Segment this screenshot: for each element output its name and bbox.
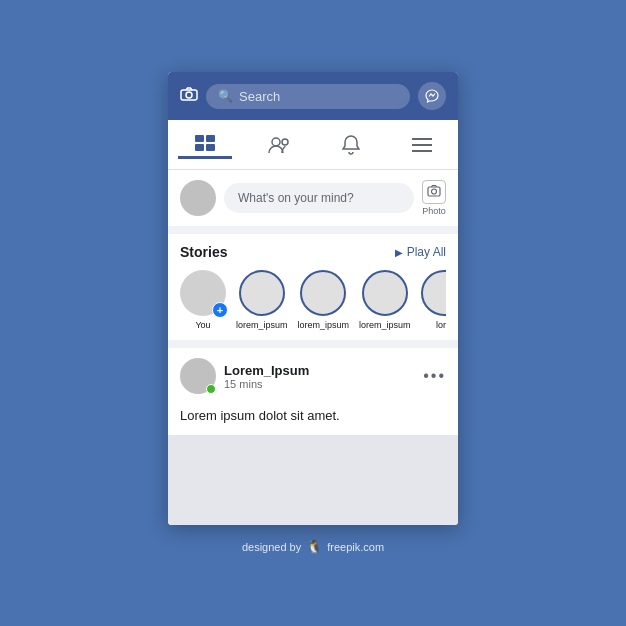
post: Lorem_Ipsum 15 mins ••• Lorem ipsum dolo… — [168, 348, 458, 525]
story-label-you: You — [195, 320, 210, 330]
stories-header: Stories ▶ Play All — [180, 244, 446, 260]
stories-row: + You lorem_ipsum lorem_ipsum lorem_ipsu… — [180, 270, 446, 330]
footer-credit: designed by 🐧 freepik.com — [242, 539, 384, 554]
story-item-you[interactable]: + You — [180, 270, 226, 330]
play-all-button[interactable]: ▶ Play All — [395, 245, 446, 259]
freepik-logo: 🐧 — [306, 539, 322, 554]
composer-input[interactable]: What's on your mind? — [224, 183, 414, 213]
svg-rect-11 — [428, 187, 440, 196]
story-item-2[interactable]: lorem_ipsum — [298, 270, 350, 330]
story-circle-1 — [239, 270, 285, 316]
search-placeholder: Search — [239, 89, 280, 104]
add-story-button[interactable]: + — [212, 302, 228, 318]
story-label-2: lorem_ipsum — [298, 320, 350, 330]
nav-item-home[interactable] — [178, 130, 232, 159]
camera-icon[interactable] — [180, 87, 198, 105]
designed-by-text: designed by — [242, 541, 301, 553]
nav-bar — [168, 120, 458, 170]
svg-rect-3 — [195, 144, 204, 151]
post-user-details: Lorem_Ipsum 15 mins — [224, 363, 309, 390]
story-circle-you: + — [180, 270, 226, 316]
story-item-4[interactable]: lore — [421, 270, 446, 330]
brand-name: freepik.com — [327, 541, 384, 553]
post-username[interactable]: Lorem_Ipsum — [224, 363, 309, 378]
post-user-info: Lorem_Ipsum 15 mins — [180, 358, 309, 394]
post-avatar-wrap — [180, 358, 216, 394]
nav-item-friends[interactable] — [252, 132, 306, 158]
svg-point-12 — [432, 189, 437, 194]
post-content: Lorem ipsum dolot sit amet. — [168, 404, 458, 435]
svg-rect-2 — [195, 135, 204, 142]
post-time: 15 mins — [224, 378, 309, 390]
svg-point-6 — [272, 138, 280, 146]
story-circle-3 — [362, 270, 408, 316]
stories-title: Stories — [180, 244, 227, 260]
nav-item-notifications[interactable] — [326, 131, 376, 159]
online-indicator — [206, 384, 216, 394]
photo-button[interactable]: Photo — [422, 180, 446, 216]
search-icon: 🔍 — [218, 89, 233, 103]
top-bar: 🔍 Search — [168, 72, 458, 120]
search-bar[interactable]: 🔍 Search — [206, 84, 410, 109]
photo-label: Photo — [422, 206, 446, 216]
svg-point-7 — [282, 139, 288, 145]
story-item-3[interactable]: lorem_ipsum — [359, 270, 411, 330]
story-label-3: lorem_ipsum — [359, 320, 411, 330]
photo-icon — [422, 180, 446, 204]
play-icon: ▶ — [395, 247, 403, 258]
story-item-1[interactable]: lorem_ipsum — [236, 270, 288, 330]
messenger-button[interactable] — [418, 82, 446, 110]
post-image — [168, 435, 458, 525]
nav-item-menu[interactable] — [396, 134, 448, 156]
post-header: Lorem_Ipsum 15 mins ••• — [168, 348, 458, 404]
play-all-label: Play All — [407, 245, 446, 259]
story-circle-4 — [421, 270, 446, 316]
stories-section: Stories ▶ Play All + You lorem_ipsum — [168, 234, 458, 348]
story-label-1: lorem_ipsum — [236, 320, 288, 330]
story-label-4: lore — [436, 320, 446, 330]
composer-avatar — [180, 180, 216, 216]
post-composer: What's on your mind? Photo — [168, 170, 458, 234]
post-more-button[interactable]: ••• — [423, 367, 446, 385]
svg-rect-5 — [206, 144, 215, 151]
svg-point-1 — [186, 92, 192, 98]
story-circle-2 — [300, 270, 346, 316]
svg-rect-4 — [206, 135, 215, 142]
